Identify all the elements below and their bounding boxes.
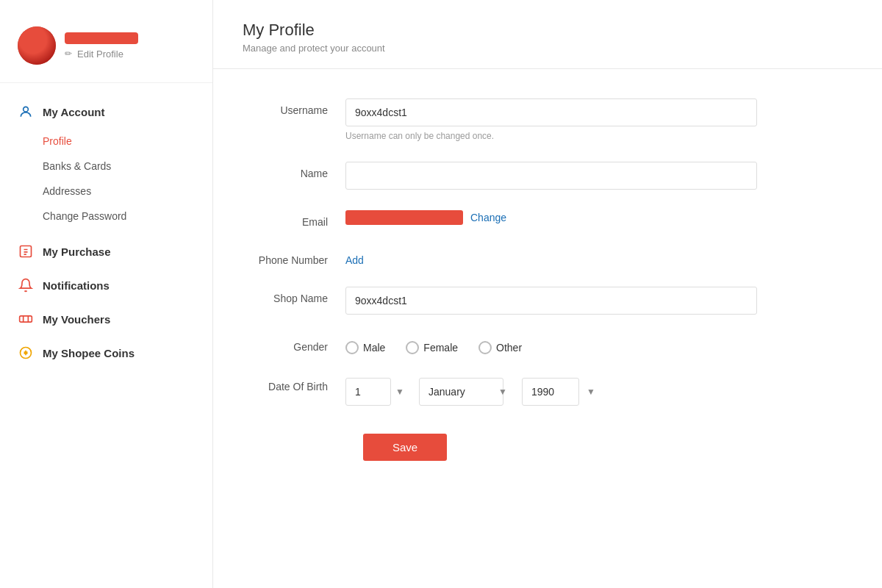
radio-female <box>406 341 419 354</box>
person-icon <box>18 104 34 120</box>
username-hint: Username can only be changed once. <box>345 131 757 141</box>
email-label: Email <box>243 210 345 228</box>
edit-profile-label: Edit Profile <box>77 49 123 60</box>
my-account-label: My Account <box>43 106 104 118</box>
dob-control: 1 2 3 4 5 6 7 8 9 10 11 <box>345 375 757 406</box>
notifications-label: Notifications <box>43 279 110 292</box>
change-password-label: Change Password <box>43 210 126 222</box>
name-control <box>345 162 757 190</box>
email-row: Email Change <box>243 210 757 228</box>
username-control: Username can only be changed once. <box>345 98 757 141</box>
dob-day-chevron: ▼ <box>395 387 404 397</box>
dob-year-chevron: ▼ <box>587 387 595 397</box>
gender-male[interactable]: Male <box>345 341 385 354</box>
page-title: My Profile <box>243 21 853 40</box>
sidebar: ✏ Edit Profile My Account Profile <box>0 0 213 588</box>
profile-form: Username Username can only be changed on… <box>213 69 801 490</box>
edit-profile-link[interactable]: ✏ Edit Profile <box>65 49 138 60</box>
sidebar-item-my-account[interactable]: My Account <box>0 95 212 129</box>
sidebar-profile: ✏ Edit Profile <box>0 15 212 83</box>
username-row: Username Username can only be changed on… <box>243 98 757 141</box>
username-label: Username <box>243 98 345 116</box>
dob-selects: 1 2 3 4 5 6 7 8 9 10 11 <box>345 375 757 406</box>
shop-name-label: Shop Name <box>243 287 345 304</box>
svg-rect-2 <box>20 316 32 322</box>
sidebar-username <box>65 32 138 44</box>
username-input[interactable] <box>345 98 757 126</box>
dob-month-select[interactable]: January February March April May June Ju… <box>419 378 503 406</box>
gender-female-label: Female <box>423 342 458 354</box>
pencil-icon: ✏ <box>65 49 72 59</box>
gender-label: Gender <box>243 335 345 353</box>
sidebar-item-notifications[interactable]: Notifications <box>0 268 212 302</box>
gender-control: Male Female Other <box>345 335 757 354</box>
phone-row: Phone Number Add <box>243 248 757 266</box>
phone-add-link[interactable]: Add <box>345 248 364 266</box>
gender-row: Gender Male Female Other <box>243 335 757 354</box>
profile-label: Profile <box>43 135 72 147</box>
my-vouchers-label: My Vouchers <box>43 313 110 326</box>
voucher-icon <box>18 311 34 327</box>
shop-name-input[interactable] <box>345 287 757 315</box>
email-masked <box>345 210 463 225</box>
gender-other-label: Other <box>496 342 522 354</box>
sidebar-nav: My Account Profile Banks & Cards Address… <box>0 95 212 370</box>
name-row: Name <box>243 162 757 190</box>
sidebar-section-account: My Account Profile Banks & Cards Address… <box>0 95 212 229</box>
addresses-label: Addresses <box>43 185 91 197</box>
gender-options: Male Female Other <box>345 335 757 354</box>
save-button[interactable]: Save <box>363 434 447 461</box>
main-content: My Profile Manage and protect your accou… <box>213 0 882 588</box>
dob-year-select[interactable]: 1990 1985 1995 2000 <box>522 378 579 406</box>
dob-label: Date Of Birth <box>243 375 345 392</box>
user-info: ✏ Edit Profile <box>65 32 138 60</box>
avatar <box>18 26 56 65</box>
email-control: Change <box>345 210 757 225</box>
purchase-icon <box>18 243 34 259</box>
shop-name-control <box>345 287 757 315</box>
dob-day-wrapper: 1 2 3 4 5 6 7 8 9 10 11 <box>345 378 412 406</box>
sidebar-item-my-vouchers[interactable]: My Vouchers <box>0 302 212 336</box>
coin-icon <box>18 345 34 361</box>
name-label: Name <box>243 162 345 179</box>
sidebar-item-my-purchase[interactable]: My Purchase <box>0 234 212 268</box>
dob-day-select[interactable]: 1 2 3 4 5 6 7 8 9 10 11 <box>345 378 391 406</box>
gender-other[interactable]: Other <box>478 341 522 354</box>
radio-male <box>345 341 359 354</box>
sidebar-item-change-password[interactable]: Change Password <box>0 204 212 229</box>
sidebar-item-banks-cards[interactable]: Banks & Cards <box>0 154 212 179</box>
gender-female[interactable]: Female <box>406 341 458 354</box>
phone-label: Phone Number <box>243 248 345 266</box>
sidebar-item-addresses[interactable]: Addresses <box>0 179 212 204</box>
page-subtitle: Manage and protect your account <box>243 43 853 54</box>
dob-row: Date Of Birth 1 2 3 4 5 6 7 <box>243 375 757 406</box>
dob-year-wrapper: 1990 1985 1995 2000 ▼ <box>522 378 603 406</box>
radio-other <box>478 341 492 354</box>
email-value-row: Change <box>345 210 757 225</box>
dob-month-wrapper: January February March April May June Ju… <box>419 378 514 406</box>
name-input[interactable] <box>345 162 757 190</box>
svg-point-0 <box>24 107 29 112</box>
sidebar-item-my-shopee-coins[interactable]: My Shopee Coins <box>0 336 212 370</box>
sidebar-item-profile[interactable]: Profile <box>0 129 212 154</box>
email-change-link[interactable]: Change <box>470 212 506 223</box>
gender-male-label: Male <box>363 342 385 354</box>
phone-control: Add <box>345 248 757 266</box>
bell-icon <box>18 277 34 293</box>
shop-name-row: Shop Name <box>243 287 757 315</box>
my-purchase-label: My Purchase <box>43 245 111 258</box>
my-shopee-coins-label: My Shopee Coins <box>43 347 135 359</box>
page-header: My Profile Manage and protect your accou… <box>213 0 882 69</box>
banks-cards-label: Banks & Cards <box>43 160 111 172</box>
